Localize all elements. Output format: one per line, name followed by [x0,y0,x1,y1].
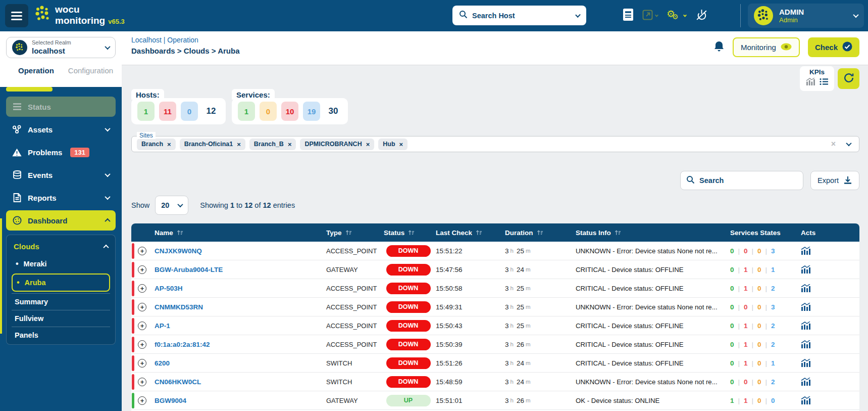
expand-row-button[interactable]: + [138,322,146,330]
count-unknown[interactable]: 0 [181,102,198,121]
sites-filter[interactable]: Sites Branch×Branch-Oficina1×Branch_B×DP… [131,136,859,152]
brand-logo[interactable]: wocu monitoringv65.3 [35,4,125,26]
column-header-duration[interactable]: Duration [503,229,574,237]
count-total[interactable]: 12 [202,102,220,121]
sidebar-item-assets[interactable]: Assets [6,119,116,140]
sort-icon[interactable] [615,230,621,236]
breadcrumb-context[interactable]: Localhost | Operation [131,36,240,44]
host-graph-icon[interactable] [801,247,810,255]
count-warning[interactable]: 0 [260,102,277,121]
submenu-item-aruba[interactable]: •Aruba [12,273,110,292]
sidebar-item-problems[interactable]: Problems131 [6,142,116,162]
site-chip-branch-b[interactable]: Branch_B× [249,139,296,150]
table-search-input[interactable] [699,176,799,185]
column-header-status-info[interactable]: Status Info [574,229,725,237]
expand-row-button[interactable]: + [138,378,146,386]
sidebar-item-events[interactable]: Events [6,165,116,185]
monitoring-mode-button[interactable]: Monitoring [733,37,800,57]
sort-icon[interactable] [537,230,543,236]
docs-book-icon[interactable] [623,8,634,23]
refresh-button[interactable] [838,68,859,89]
count-total[interactable]: 30 [325,102,342,121]
host-name-link[interactable]: f0:1a:a0:2a:81:42 [155,341,210,348]
column-header-name[interactable]: Name [155,229,326,237]
submenu-link-summary[interactable]: Summary [12,293,110,310]
realm-selector[interactable]: Selected Realm localhost [6,37,116,58]
bell-icon[interactable] [713,40,725,55]
column-header-services-states[interactable]: Services States [725,229,796,237]
expand-row-button[interactable]: + [138,396,146,405]
site-chip-branch[interactable]: Branch× [137,139,176,150]
expand-row-button[interactable]: + [138,303,146,311]
count-unknown[interactable]: 19 [303,102,320,121]
expand-row-button[interactable]: + [138,340,146,349]
submenu-link-fullview[interactable]: Fullview [12,310,110,327]
sort-icon[interactable] [345,230,352,236]
settings-group[interactable]: ⚙⚙ [667,9,686,22]
clear-sites-icon[interactable]: × [831,140,836,149]
expand-row-button[interactable]: + [138,359,146,368]
sidebar-item-reports[interactable]: Reports [6,188,116,208]
site-chip-branch-oficina1[interactable]: Branch-Oficina1× [180,139,245,150]
remove-site-icon[interactable]: × [288,141,292,148]
count-ok[interactable]: 1 [238,102,255,121]
submenu-clouds-header[interactable]: Clouds [12,239,110,256]
hamburger-menu-button[interactable] [5,4,28,27]
site-chip-hub[interactable]: Hub× [378,139,407,150]
sidebar-item-dashboard[interactable]: Dashboard [6,210,116,231]
host-graph-icon[interactable] [801,396,810,404]
submenu-item-meraki[interactable]: •Meraki [12,256,110,272]
kpi-list-icon[interactable] [820,78,828,87]
breadcrumb-path[interactable]: Dashboards > Clouds > Aruba [131,47,240,55]
host-graph-icon[interactable] [801,378,810,386]
check-mode-button[interactable]: Check [808,37,859,57]
kpi-chart-icon[interactable] [806,78,815,87]
host-name-link[interactable]: CNMMKD53RN [155,303,203,311]
expand-row-button[interactable]: + [138,284,146,293]
page-size-select[interactable]: 20 [155,196,188,215]
export-button[interactable]: Export [810,171,859,190]
expand-row-button[interactable]: + [138,247,146,255]
external-link-group[interactable] [642,10,658,22]
remove-site-icon[interactable]: × [399,141,403,148]
chevron-down-icon[interactable] [575,12,581,18]
sort-icon[interactable] [177,230,183,236]
host-name-link[interactable]: BGW9004 [155,397,186,404]
host-name-link[interactable]: AP-503H [155,285,183,292]
table-search-box[interactable] [680,171,803,190]
host-name-link[interactable]: 6200 [155,359,170,367]
column-header-acts[interactable]: Acts [796,229,859,237]
remove-site-icon[interactable]: × [366,141,370,148]
tab-operation[interactable]: Operation [18,66,54,75]
search-host-combobox[interactable] [452,6,586,25]
host-graph-icon[interactable] [801,322,810,330]
column-header-status[interactable]: Status [382,229,435,237]
column-header-type[interactable]: Type [326,229,382,237]
expand-row-button[interactable]: + [138,265,146,274]
host-graph-icon[interactable] [801,303,810,311]
sort-icon[interactable] [476,230,482,236]
site-chip-dpmicrobranch[interactable]: DPMICROBRANCH× [300,139,374,150]
count-critical[interactable]: 10 [281,102,298,121]
count-ok[interactable]: 1 [137,102,155,121]
submenu-link-panels[interactable]: Panels [12,327,110,343]
host-graph-icon[interactable] [801,284,810,292]
host-name-link[interactable]: AP-1 [155,322,170,330]
host-graph-icon[interactable] [801,340,810,348]
sort-icon[interactable] [408,230,415,236]
host-name-link[interactable]: CN06HKW0CL [155,378,201,386]
host-graph-icon[interactable] [801,265,810,273]
count-critical[interactable]: 11 [159,102,176,121]
column-header-last-check[interactable]: Last Check [435,229,503,237]
disconnect-icon[interactable] [695,9,708,23]
host-name-link[interactable]: CNJXK9W0NQ [155,247,202,255]
sidebar-item-status[interactable]: Status [6,97,116,117]
chevron-down-icon[interactable] [846,141,851,146]
remove-site-icon[interactable]: × [237,141,241,148]
remove-site-icon[interactable]: × [167,141,171,148]
host-name-link[interactable]: BGW-Aruba9004-LTE [155,266,223,273]
tab-configuration[interactable]: Configuration [68,66,113,75]
search-host-input[interactable] [472,12,572,20]
user-menu[interactable]: ADMIN Admin [748,4,864,28]
host-graph-icon[interactable] [801,359,810,367]
